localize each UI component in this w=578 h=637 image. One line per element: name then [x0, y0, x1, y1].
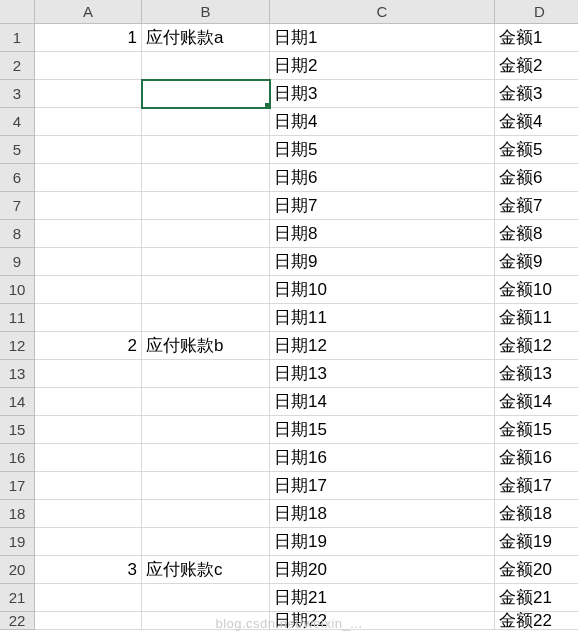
row-header-12[interactable]: 12	[0, 332, 35, 360]
col-header-B[interactable]: B	[142, 0, 270, 24]
cell-C19[interactable]: 日期19	[270, 528, 495, 556]
cell-D5[interactable]: 金额5	[495, 136, 578, 164]
cell-D3[interactable]: 金额3	[495, 80, 578, 108]
row-header-8[interactable]: 8	[0, 220, 35, 248]
cell-C9[interactable]: 日期9	[270, 248, 495, 276]
row-header-15[interactable]: 15	[0, 416, 35, 444]
cell-B22[interactable]	[142, 612, 270, 630]
cell-B10[interactable]	[142, 276, 270, 304]
cell-B14[interactable]	[142, 388, 270, 416]
cell-B12[interactable]: 应付账款b	[142, 332, 270, 360]
cell-D10[interactable]: 金额10	[495, 276, 578, 304]
cell-C2[interactable]: 日期2	[270, 52, 495, 80]
cell-C6[interactable]: 日期6	[270, 164, 495, 192]
cell-C13[interactable]: 日期13	[270, 360, 495, 388]
cell-A6[interactable]	[35, 164, 142, 192]
cell-B19[interactable]	[142, 528, 270, 556]
spreadsheet-grid[interactable]: ABCD11应付账款a日期1金额12日期2金额23日期3金额34日期4金额45日…	[0, 0, 578, 630]
cell-B5[interactable]	[142, 136, 270, 164]
cell-C12[interactable]: 日期12	[270, 332, 495, 360]
row-header-6[interactable]: 6	[0, 164, 35, 192]
cell-A4[interactable]	[35, 108, 142, 136]
cell-D19[interactable]: 金额19	[495, 528, 578, 556]
cell-A20[interactable]: 3	[35, 556, 142, 584]
cell-C8[interactable]: 日期8	[270, 220, 495, 248]
cell-A1[interactable]: 1	[35, 24, 142, 52]
col-header-C[interactable]: C	[270, 0, 495, 24]
cell-C17[interactable]: 日期17	[270, 472, 495, 500]
cell-A9[interactable]	[35, 248, 142, 276]
cell-B6[interactable]	[142, 164, 270, 192]
cell-B11[interactable]	[142, 304, 270, 332]
cell-D16[interactable]: 金额16	[495, 444, 578, 472]
cell-D9[interactable]: 金额9	[495, 248, 578, 276]
cell-A3[interactable]	[35, 80, 142, 108]
row-header-10[interactable]: 10	[0, 276, 35, 304]
cell-C4[interactable]: 日期4	[270, 108, 495, 136]
cell-B4[interactable]	[142, 108, 270, 136]
cell-C1[interactable]: 日期1	[270, 24, 495, 52]
cell-D7[interactable]: 金额7	[495, 192, 578, 220]
cell-D4[interactable]: 金额4	[495, 108, 578, 136]
col-header-A[interactable]: A	[35, 0, 142, 24]
cell-D18[interactable]: 金额18	[495, 500, 578, 528]
row-header-20[interactable]: 20	[0, 556, 35, 584]
cell-C14[interactable]: 日期14	[270, 388, 495, 416]
cell-D20[interactable]: 金额20	[495, 556, 578, 584]
col-header-D[interactable]: D	[495, 0, 578, 24]
cell-A7[interactable]	[35, 192, 142, 220]
cell-C21[interactable]: 日期21	[270, 584, 495, 612]
cell-D15[interactable]: 金额15	[495, 416, 578, 444]
row-header-17[interactable]: 17	[0, 472, 35, 500]
cell-B2[interactable]	[142, 52, 270, 80]
cell-C20[interactable]: 日期20	[270, 556, 495, 584]
cell-D2[interactable]: 金额2	[495, 52, 578, 80]
cell-A8[interactable]	[35, 220, 142, 248]
row-header-5[interactable]: 5	[0, 136, 35, 164]
row-header-18[interactable]: 18	[0, 500, 35, 528]
cell-B7[interactable]	[142, 192, 270, 220]
cell-D14[interactable]: 金额14	[495, 388, 578, 416]
cell-C16[interactable]: 日期16	[270, 444, 495, 472]
cell-A22[interactable]	[35, 612, 142, 630]
cell-A2[interactable]	[35, 52, 142, 80]
cell-A19[interactable]	[35, 528, 142, 556]
cell-C15[interactable]: 日期15	[270, 416, 495, 444]
cell-D21[interactable]: 金额21	[495, 584, 578, 612]
cell-C10[interactable]: 日期10	[270, 276, 495, 304]
cell-B9[interactable]	[142, 248, 270, 276]
cell-B17[interactable]	[142, 472, 270, 500]
cell-B13[interactable]	[142, 360, 270, 388]
row-header-22[interactable]: 22	[0, 612, 35, 630]
cell-D13[interactable]: 金额13	[495, 360, 578, 388]
cell-C5[interactable]: 日期5	[270, 136, 495, 164]
cell-A12[interactable]: 2	[35, 332, 142, 360]
cell-D17[interactable]: 金额17	[495, 472, 578, 500]
cell-B21[interactable]	[142, 584, 270, 612]
row-header-11[interactable]: 11	[0, 304, 35, 332]
cell-A16[interactable]	[35, 444, 142, 472]
cell-B16[interactable]	[142, 444, 270, 472]
cell-D12[interactable]: 金额12	[495, 332, 578, 360]
cell-A5[interactable]	[35, 136, 142, 164]
cell-B3[interactable]	[142, 80, 270, 108]
cell-A15[interactable]	[35, 416, 142, 444]
cell-B18[interactable]	[142, 500, 270, 528]
row-header-4[interactable]: 4	[0, 108, 35, 136]
row-header-21[interactable]: 21	[0, 584, 35, 612]
cell-C3[interactable]: 日期3	[270, 80, 495, 108]
cell-A17[interactable]	[35, 472, 142, 500]
cell-A11[interactable]	[35, 304, 142, 332]
select-all-corner[interactable]	[0, 0, 35, 24]
row-header-19[interactable]: 19	[0, 528, 35, 556]
cell-A10[interactable]	[35, 276, 142, 304]
cell-D11[interactable]: 金额11	[495, 304, 578, 332]
cell-B1[interactable]: 应付账款a	[142, 24, 270, 52]
row-header-2[interactable]: 2	[0, 52, 35, 80]
cell-D6[interactable]: 金额6	[495, 164, 578, 192]
cell-C7[interactable]: 日期7	[270, 192, 495, 220]
row-header-16[interactable]: 16	[0, 444, 35, 472]
cell-B15[interactable]	[142, 416, 270, 444]
cell-C22[interactable]: 日期22	[270, 612, 495, 630]
row-header-13[interactable]: 13	[0, 360, 35, 388]
